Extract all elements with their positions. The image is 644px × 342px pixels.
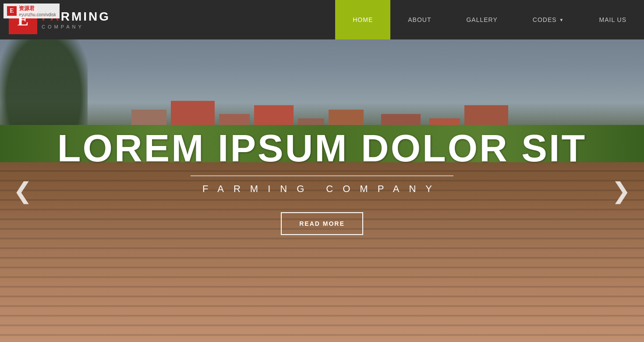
- logo-sub-text: COMPANY: [42, 24, 110, 29]
- nav-item-codes[interactable]: CODES ▼: [515, 0, 582, 39]
- hero-divider: [191, 175, 453, 176]
- codes-dropdown-arrow: ▼: [559, 18, 564, 22]
- hero-section: ❮ ❯ LOREM IPSUM DOLOR SIT FARMING COMPAN…: [0, 0, 644, 342]
- watermark-logo: E: [7, 6, 17, 16]
- nav-item-mail-us[interactable]: MAIL US: [582, 0, 644, 39]
- hero-content: LOREM IPSUM DOLOR SIT FARMING COMPANY RE…: [0, 0, 644, 342]
- navbar: E FARMING COMPANY HOME ABOUT GALLERY COD…: [0, 0, 644, 39]
- watermark: E 资源君 eyunzhu.com/vdisk: [4, 4, 60, 18]
- nav-links: HOME ABOUT GALLERY CODES ▼ MAIL US: [335, 0, 644, 39]
- watermark-text: 资源君 eyunzhu.com/vdisk: [19, 5, 56, 17]
- slider-next-button[interactable]: ❯: [612, 178, 631, 204]
- nav-item-about[interactable]: ABOUT: [390, 0, 449, 39]
- hero-subtitle: FARMING COMPANY: [202, 183, 442, 195]
- hero-title: LOREM IPSUM DOLOR SIT: [57, 129, 587, 167]
- nav-item-gallery[interactable]: GALLERY: [449, 0, 515, 39]
- slider-prev-button[interactable]: ❮: [13, 178, 32, 204]
- nav-item-home[interactable]: HOME: [335, 0, 390, 39]
- read-more-button[interactable]: READ MORE: [281, 212, 363, 235]
